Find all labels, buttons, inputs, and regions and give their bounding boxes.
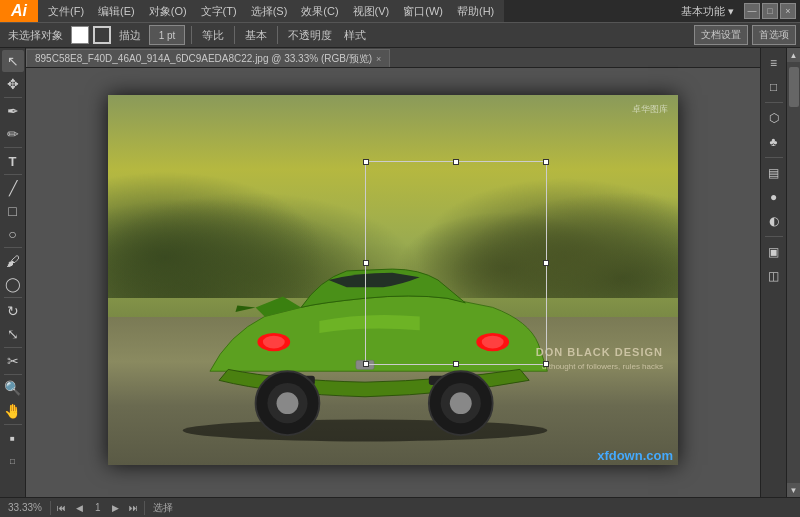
blob-brush-tool[interactable]: ◯ <box>2 273 24 295</box>
toolbar-separator-3 <box>277 26 278 44</box>
page-number: 1 <box>91 502 105 513</box>
right-panel: ≡ □ ⬡ ♣ ▤ ● ◐ ▣ ◫ <box>760 48 786 497</box>
artboard[interactable]: 卓华图库 DON BLACK DESIGN a thought of follo… <box>108 95 678 465</box>
canvas-content[interactable]: 卓华图库 DON BLACK DESIGN a thought of follo… <box>36 72 750 487</box>
tab-filename: 895C58E8_F40D_46A0_914A_6DC9AEDA8C22.jpg… <box>35 52 372 66</box>
panel-btn-6[interactable]: ● <box>763 186 785 208</box>
page-prev-button[interactable]: ◀ <box>73 501 87 515</box>
tool-separator-1 <box>4 97 22 98</box>
ellipse-tool[interactable]: ○ <box>2 223 24 245</box>
menu-effect[interactable]: 效果(C) <box>295 2 344 21</box>
menu-window[interactable]: 窗口(W) <box>397 2 449 21</box>
watermark: 卓华图库 <box>632 103 668 116</box>
svg-point-2 <box>262 336 284 349</box>
svg-point-0 <box>182 420 547 442</box>
zoom-level: 33.33% <box>4 502 46 513</box>
status-separator-1 <box>50 501 51 515</box>
brand-line2: a thought of followers, rules hacks <box>536 361 663 372</box>
right-separator-2 <box>765 157 783 158</box>
scale-label: 等比 <box>198 28 228 43</box>
left-toolbar: ↖ ✥ ✒ ✏ T ╱ □ ○ 🖌 ◯ ↻ ⤡ ✂ 🔍 🤚 ■ □ <box>0 48 26 497</box>
scissors-tool[interactable]: ✂ <box>2 350 24 372</box>
panel-btn-1[interactable]: ≡ <box>763 52 785 74</box>
selection-status: 未选择对象 <box>4 28 67 43</box>
pencil-tool[interactable]: ✏ <box>2 123 24 145</box>
preferences-button[interactable]: 首选项 <box>752 25 796 45</box>
panel-btn-8[interactable]: ▣ <box>763 241 785 263</box>
toolbar: 未选择对象 描边 等比 基本 不透明度 样式 文档设置 首选项 <box>0 22 800 48</box>
scroll-up-button[interactable]: ▲ <box>787 48 801 62</box>
canvas-area[interactable]: 895C58E8_F40D_46A0_914A_6DC9AEDA8C22.jpg… <box>26 48 760 497</box>
document-tab[interactable]: 895C58E8_F40D_46A0_914A_6DC9AEDA8C22.jpg… <box>26 49 390 67</box>
minimize-button[interactable]: — <box>744 3 760 19</box>
fill-color-box[interactable] <box>71 26 89 44</box>
menu-bar: 文件(F) 编辑(E) 对象(O) 文字(T) 选择(S) 效果(C) 视图(V… <box>38 0 504 22</box>
svg-rect-13 <box>355 360 373 369</box>
page-last-button[interactable]: ⏭ <box>126 501 140 515</box>
tool-separator-7 <box>4 374 22 375</box>
stroke-label: 描边 <box>115 28 145 43</box>
menu-edit[interactable]: 编辑(E) <box>92 2 141 21</box>
tab-close-button[interactable]: × <box>376 54 381 64</box>
menu-type[interactable]: 文字(T) <box>195 2 243 21</box>
scroll-track[interactable] <box>787 62 800 483</box>
tool-separator-6 <box>4 347 22 348</box>
menu-object[interactable]: 对象(O) <box>143 2 193 21</box>
brand-text: DON BLACK DESIGN a thought of followers,… <box>536 345 663 372</box>
panel-btn-9[interactable]: ◫ <box>763 265 785 287</box>
panel-btn-7[interactable]: ◐ <box>763 210 785 232</box>
paintbrush-tool[interactable]: 🖌 <box>2 250 24 272</box>
line-tool[interactable]: ╱ <box>2 177 24 199</box>
artboard-label: 选择 <box>149 501 177 515</box>
tab-bar: 895C58E8_F40D_46A0_914A_6DC9AEDA8C22.jpg… <box>26 48 760 68</box>
workspace-label[interactable]: 基本功能 ▾ <box>673 4 742 19</box>
right-separator-3 <box>765 236 783 237</box>
page-next-button[interactable]: ▶ <box>108 501 122 515</box>
brand-line1: DON BLACK DESIGN <box>536 345 663 360</box>
panel-btn-3[interactable]: ⬡ <box>763 107 785 129</box>
ai-logo[interactable]: Ai <box>0 0 38 22</box>
type-tool[interactable]: T <box>2 150 24 172</box>
tool-separator-3 <box>4 174 22 175</box>
svg-point-9 <box>276 392 298 414</box>
page-first-button[interactable]: ⏮ <box>55 501 69 515</box>
svg-point-4 <box>481 336 503 349</box>
car-image: 卓华图库 DON BLACK DESIGN a thought of follo… <box>108 95 678 465</box>
vertical-scrollbar[interactable]: ▲ ▼ <box>786 48 800 497</box>
style2-label: 样式 <box>340 28 370 43</box>
opacity-label: 不透明度 <box>284 28 336 43</box>
status-separator-2 <box>144 501 145 515</box>
panel-btn-2[interactable]: □ <box>763 76 785 98</box>
hand-tool[interactable]: 🤚 <box>2 400 24 422</box>
menu-view[interactable]: 视图(V) <box>347 2 396 21</box>
tool-separator-8 <box>4 424 22 425</box>
fill-color-btn[interactable]: ■ <box>2 427 24 449</box>
main-area: ↖ ✥ ✒ ✏ T ╱ □ ○ 🖌 ◯ ↻ ⤡ ✂ 🔍 🤚 ■ □ 895C58… <box>0 48 800 497</box>
menu-file[interactable]: 文件(F) <box>42 2 90 21</box>
pen-tool[interactable]: ✒ <box>2 100 24 122</box>
menu-select[interactable]: 选择(S) <box>245 2 294 21</box>
scroll-down-button[interactable]: ▼ <box>787 483 801 497</box>
stroke-weight-input[interactable] <box>149 25 185 45</box>
close-button[interactable]: × <box>780 3 796 19</box>
xfdown-watermark: xfdown.com <box>597 448 673 463</box>
scale-tool[interactable]: ⤡ <box>2 323 24 345</box>
rect-tool[interactable]: □ <box>2 200 24 222</box>
scroll-thumb[interactable] <box>789 67 799 107</box>
selection-tool[interactable]: ↖ <box>2 50 24 72</box>
rotate-tool[interactable]: ↻ <box>2 300 24 322</box>
panel-btn-4[interactable]: ♣ <box>763 131 785 153</box>
doc-settings-button[interactable]: 文档设置 <box>694 25 748 45</box>
toolbar-separator-1 <box>191 26 192 44</box>
direct-selection-tool[interactable]: ✥ <box>2 73 24 95</box>
menu-help[interactable]: 帮助(H) <box>451 2 500 21</box>
panel-btn-5[interactable]: ▤ <box>763 162 785 184</box>
stroke-color-box[interactable] <box>93 26 111 44</box>
style-label: 基本 <box>241 28 271 43</box>
zoom-tool[interactable]: 🔍 <box>2 377 24 399</box>
toolbar-separator-2 <box>234 26 235 44</box>
tool-separator-5 <box>4 297 22 298</box>
maximize-button[interactable]: □ <box>762 3 778 19</box>
stroke-color-btn[interactable]: □ <box>2 450 24 472</box>
car-svg <box>137 187 593 446</box>
